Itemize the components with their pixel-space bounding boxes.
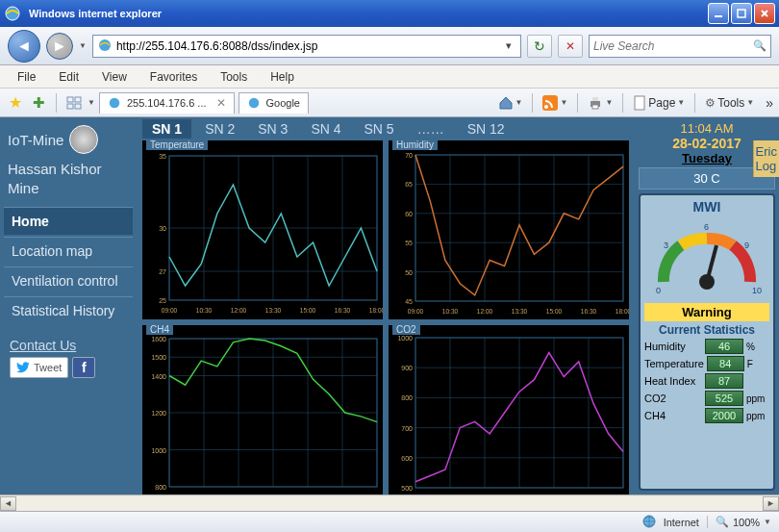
menu-tools[interactable]: Tools [211,68,257,86]
svg-text:12:00: 12:00 [231,494,247,494]
scroll-left-button[interactable]: ◄ [0,496,16,511]
stat-value: 84 [707,356,744,371]
svg-rect-15 [635,96,644,110]
svg-text:35: 35 [159,153,166,160]
svg-text:13:30: 13:30 [265,494,282,494]
zoom-icon: 🔍 [716,516,729,528]
search-icon[interactable]: 🔍 [753,39,766,52]
tab-1[interactable]: 255.104.176.6 ... ✕ [99,92,235,114]
minimize-button[interactable] [708,3,729,24]
address-bar[interactable]: ▾ [92,35,521,58]
url-input[interactable] [116,39,501,53]
tools-menu[interactable]: ⚙ Tools▼ [705,96,754,110]
sidebar-item-history[interactable]: Statistical History [4,296,133,324]
svg-text:12:00: 12:00 [477,308,493,315]
svg-text:09:00: 09:00 [408,308,424,315]
sidebar-item-ventilation[interactable]: Ventilation control [4,266,133,294]
sn-tab-3[interactable]: SN 3 [248,119,297,139]
svg-text:30: 30 [159,225,166,232]
page-content: IoT-Mine Hassan Kishor Mine Home Locatio… [0,117,779,494]
stat-row-1: Temperature84F [644,356,769,371]
home-button[interactable]: ▼ [498,95,523,111]
stat-row-0: Humidity46% [644,339,769,354]
svg-text:10:30: 10:30 [196,494,213,494]
svg-text:10: 10 [752,286,762,295]
menu-edit[interactable]: Edit [49,68,88,86]
svg-text:12:00: 12:00 [231,307,247,314]
svg-rect-13 [592,97,598,101]
stat-label: Temperature [644,358,704,369]
svg-point-11 [544,105,548,109]
chart-humidity: Humidity 45505560657009:0010:3012:0013:3… [389,140,629,319]
search-input[interactable] [593,39,753,53]
url-dropdown[interactable]: ▾ [501,39,516,52]
svg-text:15:00: 15:00 [300,307,316,314]
svg-text:3: 3 [664,241,668,250]
tabs-dropdown[interactable]: ▼ [88,98,95,107]
svg-rect-2 [738,10,745,17]
svg-text:25: 25 [159,297,166,304]
horizontal-scrollbar[interactable]: ◄ ► [0,494,779,511]
stat-unit: F [747,359,769,369]
toolbar-overflow[interactable]: » [766,95,773,111]
refresh-button[interactable]: ↻ [527,35,552,58]
status-bar: Internet 🔍 100% ▼ [0,511,779,532]
feeds-button[interactable]: ▼ [542,95,567,111]
scroll-right-button[interactable]: ► [763,496,779,511]
svg-text:16:30: 16:30 [335,494,351,494]
mine-name: Hassan Kishor Mine [4,160,133,205]
svg-text:45: 45 [405,298,413,305]
mwi-title: MWI [693,199,721,215]
facebook-button[interactable]: f [72,357,95,378]
menu-file[interactable]: File [8,68,45,86]
user-badge[interactable]: Eric Log [753,140,779,177]
sn-tab-2[interactable]: SN 2 [195,119,244,139]
stat-label: CO2 [644,393,702,404]
menu-favorites[interactable]: Favorites [140,68,207,86]
svg-text:1200: 1200 [151,410,166,417]
svg-text:09:00: 09:00 [162,494,178,494]
menu-view[interactable]: View [92,68,137,86]
tab-1-close[interactable]: ✕ [216,96,226,110]
svg-text:9: 9 [744,241,749,250]
favorites-star-icon[interactable]: ★ [6,93,25,113]
svg-text:16:30: 16:30 [581,308,597,315]
svg-text:09:00: 09:00 [162,307,178,314]
svg-rect-7 [75,104,81,109]
sidebar-item-location[interactable]: Location map [4,237,133,265]
maximize-button[interactable] [731,3,752,24]
stat-unit: ppm [746,411,769,421]
stat-unit: % [746,342,769,352]
svg-text:1000: 1000 [397,335,413,342]
svg-text:50: 50 [405,269,413,276]
svg-text:13:30: 13:30 [512,308,528,315]
forward-button[interactable]: ► [46,33,73,60]
print-button[interactable]: ▼ [588,95,613,111]
nav-history-dropdown[interactable]: ▼ [79,41,87,50]
back-button[interactable]: ◄ [8,30,40,63]
stop-button[interactable]: ✕ [558,35,583,58]
tweet-button[interactable]: Tweet [10,357,68,378]
svg-rect-1 [715,15,722,17]
tab-2[interactable]: Google [239,92,309,114]
svg-text:55: 55 [405,240,413,246]
search-bar[interactable]: 🔍 [589,35,771,58]
sn-tab-1[interactable]: SN 1 [142,119,191,139]
svg-rect-6 [67,104,73,109]
zone-icon [642,515,656,530]
zoom-control[interactable]: 🔍 100% ▼ [707,516,771,528]
menu-help[interactable]: Help [261,68,304,86]
page-menu[interactable]: Page▼ [633,95,685,111]
chart-temperature: Temperature 2527303509:0010:3012:0013:30… [142,140,383,319]
close-button[interactable] [754,3,775,24]
sidebar-item-home[interactable]: Home [4,207,133,235]
sn-tab-more: …… [408,119,454,139]
quick-tabs-icon[interactable] [64,93,84,113]
sn-tab-4[interactable]: SN 4 [301,119,350,139]
sn-tab-12[interactable]: SN 12 [458,119,515,139]
sn-tab-5[interactable]: SN 5 [355,119,404,139]
svg-text:500: 500 [401,485,413,492]
stats-title: Current Statistics [659,323,755,337]
add-favorites-icon[interactable]: ✚ [29,93,48,113]
stat-row-2: Heat Index87 [644,373,769,389]
